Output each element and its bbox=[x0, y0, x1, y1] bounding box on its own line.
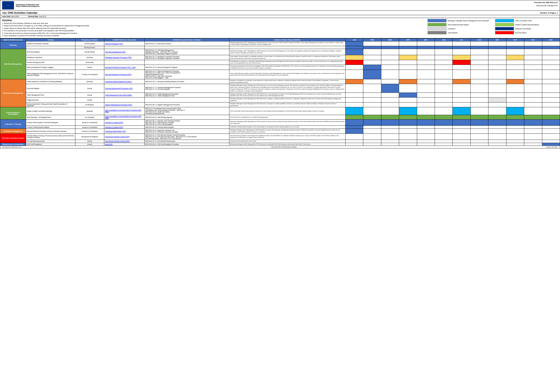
table-row: OHS Risk Management OHS Risk Register An… bbox=[0, 49, 560, 55]
guidance-cell: Workplace Manager and/or Management OHS … bbox=[229, 84, 345, 93]
table-row: Traffic Management Plan Annual Traffic M… bbox=[0, 93, 560, 97]
header-top: V Department of Education and Early Chil… bbox=[0, 0, 560, 11]
frequency-cell: Bi-annually bbox=[75, 60, 104, 65]
table-row: Monthly Review bbox=[0, 46, 560, 49]
doc-name-cell: DEE EHU-03-6-1 Staff Meeting Agenda bbox=[144, 115, 229, 120]
doc-name-cell: DEE EHU-20-1-1 Workplace Inspection Proc… bbox=[144, 55, 229, 60]
ohsms-ref-cell: Hazardous Building Material Procedure bbox=[104, 79, 145, 84]
activity-cell: Conduct Training Needs Analysis bbox=[26, 126, 75, 129]
instructions-heading: Instructions: bbox=[2, 19, 423, 21]
section-planning: Planning bbox=[0, 41, 26, 49]
doc-name-cell: DEE EHU-10-1-1 Plant and Equipment Proce… bbox=[144, 70, 229, 79]
main-table: DEECD OHSMS Element Activity Frequency o… bbox=[0, 38, 560, 146]
frequency-cell: Annual or as Required bbox=[75, 126, 104, 129]
guidance-cell: Workplace Manager and/or Management OHS … bbox=[229, 120, 345, 126]
legend-item-2: OHS Committee Chair bbox=[495, 19, 558, 22]
section-first-aid: First Aid & Infection Control bbox=[0, 134, 26, 143]
frequency-cell: Annual bbox=[75, 143, 104, 146]
guidance-cell bbox=[229, 46, 345, 49]
table-row: Measurement & Evaluation (OHS Self Evalu… bbox=[0, 143, 560, 146]
frequency-cell: Annual Update bbox=[75, 41, 104, 46]
table-header-row: DEECD OHSMS Element Activity Frequency o… bbox=[0, 38, 560, 41]
guidance-cell: Workplace Manager and/or Management OHS … bbox=[229, 97, 345, 103]
col-header-jul: JUL bbox=[453, 38, 470, 41]
ohsms-ref-cell bbox=[104, 97, 145, 103]
instructions-text: Instructions: 1. Review the OHS Activiti… bbox=[2, 19, 423, 37]
frequency-cell: Annual bbox=[75, 97, 104, 103]
activity-cell bbox=[26, 46, 75, 49]
procedure-no: Procedure No: DEE EHU-2-2-2 bbox=[534, 1, 558, 4]
dept-info: Department of Education and Early Childh… bbox=[16, 4, 40, 7]
guidance-cell: Workplace Manager and/ or Management OHS… bbox=[229, 49, 345, 55]
section-measurement: Measurement & Evaluation bbox=[0, 143, 26, 146]
frequency-cell: Annual bbox=[75, 140, 104, 143]
guidance-cell: OHS Committee should meet quarterly. Min… bbox=[229, 107, 345, 115]
ohsms-ref-cell: First Aid and Infection Control (PDF) bbox=[104, 134, 145, 140]
guidance-cell: All electrical equipment to be tested an… bbox=[229, 65, 345, 70]
doc-name-cell: DEE EHU-15-2-1 Electrical Equipment Regi… bbox=[144, 65, 229, 70]
col-header-aug: AUG bbox=[470, 38, 488, 41]
dept-line2: Early Childhood Development bbox=[16, 5, 40, 7]
col-header-nov: NOV bbox=[524, 38, 542, 41]
activity-cell: Team Meetings - OHS Agenda Item bbox=[26, 115, 75, 120]
footer: Document No: DEE EHU-2-2-1 Document Titl… bbox=[0, 146, 560, 148]
frequency-cell: Annual bbox=[75, 65, 104, 70]
title-text: OHS Activities Calendar bbox=[8, 11, 38, 14]
instructions-area: Instructions: 1. Review the OHS Activiti… bbox=[0, 18, 560, 38]
col-header-doc-name: OHSMS Document Name & Number bbox=[144, 38, 229, 41]
activity-cell: Electrical Equipment Testing & Tagging bbox=[26, 65, 75, 70]
col-header-mar: MAR bbox=[381, 38, 399, 41]
table-row: Induction & Training Conduct OHS Inducti… bbox=[0, 120, 560, 126]
doc-name-cell bbox=[144, 97, 229, 103]
logo-box: V bbox=[2, 1, 14, 10]
col-header-dec: DEC bbox=[542, 38, 560, 41]
instruction-6: 6. Store completed & reviewed OHS Activi… bbox=[2, 35, 423, 37]
legend-item-4: Health & Safety Representatives bbox=[495, 23, 558, 26]
dept-line1: Department of Education and bbox=[16, 4, 40, 5]
ohsms-ref-cell: Plant and Equipment Procedure (PDF) bbox=[104, 70, 145, 79]
activity-cell: Workplace Inspections bbox=[26, 55, 75, 60]
frequency-cell: Quarterly bbox=[75, 107, 104, 115]
guidance-cell: Asbestos Coordinator to undertake visual… bbox=[229, 79, 345, 84]
table-row: OHS Hazard Management Visual Inspections… bbox=[0, 79, 560, 84]
guidance-cell: Workplace Manager and/ or Management OHS… bbox=[229, 41, 345, 46]
activity-cell: First Aid Officers Training, First Aid S… bbox=[26, 134, 75, 140]
table-row: First Aid & Infection Control First Aid … bbox=[0, 134, 560, 140]
table-row: Review Audiometric Testing and other Hea… bbox=[0, 102, 560, 107]
table-row: Practice Emergency Drills Bi-annually Ch… bbox=[0, 60, 560, 65]
guidance-cell: Workplace Manager and/or Management OHS … bbox=[229, 102, 345, 107]
guidance-cell: Chief Warden to organise, in conjunction… bbox=[229, 60, 345, 65]
guidance-cell: First Aid Summary Sheet to be reviewed a… bbox=[229, 134, 345, 140]
activity-cell: Chemical Register bbox=[26, 84, 75, 93]
ohsms-ref-cell: Contractor Management (PDF) bbox=[104, 129, 145, 134]
table-row: Chemical Register Annual Chemical Manage… bbox=[0, 84, 560, 93]
table-row: Contractor Management Review Preferred C… bbox=[0, 129, 560, 134]
ohsms-ref-cell: OHS Consultation & Communication Procedu… bbox=[104, 107, 145, 115]
guidance-cell: Workplace Manager and/or Management OHS … bbox=[229, 93, 345, 97]
table-row: Conduct Training Needs Analysis Annual o… bbox=[0, 126, 560, 129]
section-induction: Induction & Training bbox=[0, 120, 26, 129]
table-row: Team Meetings - OHS Agenda Item As sched… bbox=[0, 115, 560, 120]
section-ohs-risk: OHS Risk Management bbox=[0, 49, 26, 79]
frequency-cell: Annual or as Required bbox=[75, 120, 104, 126]
guidance-cell: Assess first aid requirements once a yea… bbox=[229, 140, 345, 143]
doc-name-cell: DEE-03-1-2 Consultation and Communicatio… bbox=[144, 107, 229, 115]
ohsms-ref-cell: OHS Consultation & Communication Procedu… bbox=[104, 115, 145, 120]
col-header-sep: SEP bbox=[489, 38, 506, 41]
col-header-guidance: Guidance Notes/ Responsibilities bbox=[229, 38, 345, 41]
table-row: Workplace Inspections Quarterly Workplac… bbox=[0, 55, 560, 60]
frequency-cell: Quarterly bbox=[75, 55, 104, 60]
issue-date-area: Issue Date: April 2009 bbox=[2, 16, 19, 17]
section-ohs-hazard: OHS Hazard Management bbox=[0, 79, 26, 107]
footer-printed: Printed: 0.03.2011 bbox=[546, 146, 558, 148]
issue-label: Issue Date: bbox=[2, 16, 11, 17]
doc-name-cell: DEE EHU-27-2-1 First Aid Risk Assessment bbox=[144, 140, 229, 143]
doc-name-cell bbox=[144, 60, 229, 65]
section-comm: Communication & Consultation bbox=[0, 107, 26, 120]
legend-item-1: Workplace Manager and/or Management OHS … bbox=[428, 19, 490, 22]
authorised-by: Authorised By: Manager EHU bbox=[534, 4, 558, 7]
activity-cell: (OHS Self Evaluation) bbox=[26, 143, 75, 146]
frequency-cell: As Required bbox=[75, 102, 104, 107]
footer-doc-title: Document Title: OHS Activities Calendar bbox=[271, 146, 297, 148]
activity-cell: Plant & Equipment Risk Management Forms,… bbox=[26, 70, 75, 79]
